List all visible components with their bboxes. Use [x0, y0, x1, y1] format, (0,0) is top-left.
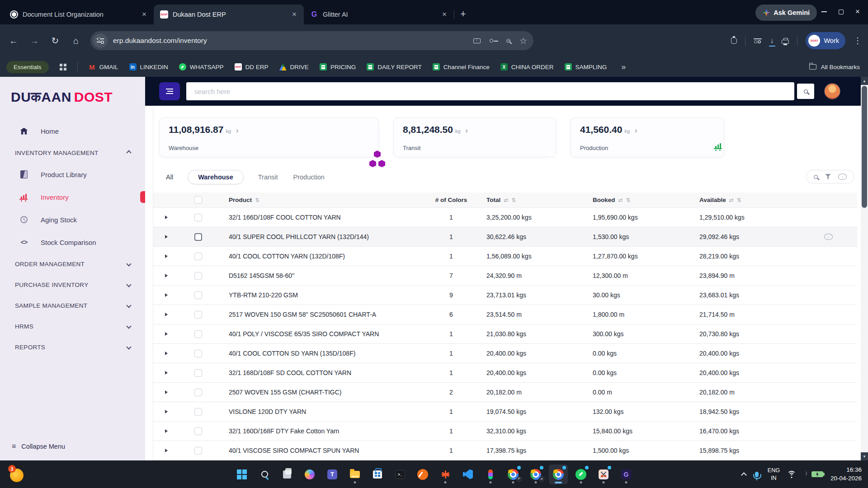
sidebar-item-product-library[interactable]: Product Library: [0, 163, 145, 186]
view-tab-transit[interactable]: Transit: [257, 170, 279, 184]
row-checkbox[interactable]: [194, 427, 202, 435]
taskbar-copilot-icon[interactable]: [300, 465, 319, 484]
bookmark-sampling[interactable]: SAMPLING: [565, 63, 607, 70]
sidebar-item-stock-comparison[interactable]: <> Stock Comparison: [0, 231, 145, 253]
bookmark-dd-erp[interactable]: DOST DD ERP: [235, 63, 269, 70]
browser-tab[interactable]: Document List Organization ×: [4, 5, 154, 24]
sort-icon[interactable]: ⇅: [255, 197, 259, 203]
forward-button[interactable]: →: [25, 32, 43, 50]
taskbar-figma-icon[interactable]: [481, 465, 500, 484]
restore-button[interactable]: [839, 9, 844, 14]
table-search-icon[interactable]: [814, 175, 818, 179]
microphone-icon[interactable]: [755, 472, 759, 477]
row-checkbox[interactable]: [194, 291, 202, 299]
table-row[interactable]: 2517 WOVEN 150 GSM 58" SC25050601 CHART-…: [153, 305, 857, 324]
row-expander-icon[interactable]: [165, 274, 168, 277]
taskbar-capture-app-icon[interactable]: [413, 465, 432, 484]
taskbar-vscode-icon[interactable]: [458, 465, 477, 484]
row-checkbox[interactable]: [194, 350, 202, 357]
taskbar-starburst-app-icon[interactable]: [436, 465, 455, 484]
user-avatar[interactable]: [824, 83, 840, 99]
table-download-icon[interactable]: ↓: [838, 174, 847, 180]
sort-icon[interactable]: ⇅: [626, 197, 631, 203]
wifi-icon[interactable]: [787, 471, 796, 478]
zoom-icon[interactable]: [506, 39, 510, 43]
col-total[interactable]: Total⇄⇅: [478, 197, 585, 203]
table-row[interactable]: 32/1 168D/108F SD COOL COTTON YARN 1 20,…: [153, 363, 857, 383]
install-app-icon[interactable]: [473, 38, 481, 43]
menu-toggle-button[interactable]: [159, 82, 180, 100]
address-bar[interactable]: erp.dukaandost.com/inventory ☆: [90, 31, 533, 50]
row-expander-icon[interactable]: [165, 352, 168, 355]
row-expander-icon[interactable]: [165, 235, 168, 239]
taskbar-snipping-tool-icon[interactable]: [594, 465, 613, 484]
sidebar-section-hrms[interactable]: HRMS: [0, 316, 145, 337]
table-row[interactable]: 40/1 COOL COTTON SD YARN (135D/108F) 1 2…: [153, 344, 857, 363]
bookmark-china-order[interactable]: X CHINA ORDER: [500, 63, 554, 70]
row-expander-icon[interactable]: [165, 449, 168, 452]
language-indicator[interactable]: ENGIN: [768, 467, 780, 482]
swap-icon[interactable]: ⇄: [504, 197, 508, 203]
view-tab-warehouse[interactable]: Warehouse: [188, 170, 244, 184]
ask-gemini-button[interactable]: Ask Gemini: [755, 5, 817, 21]
row-checkbox[interactable]: [194, 369, 202, 377]
row-expander-icon[interactable]: [165, 332, 168, 336]
close-button[interactable]: ×: [855, 7, 860, 16]
site-settings-icon[interactable]: [93, 33, 108, 48]
row-expander-icon[interactable]: [165, 390, 168, 394]
row-checkbox[interactable]: [194, 311, 202, 319]
taskbar-start-icon[interactable]: [232, 465, 251, 484]
menu-3dots-icon[interactable]: ⋮: [854, 36, 862, 46]
taskbar-glitter-app-icon[interactable]: G: [617, 465, 636, 484]
home-button[interactable]: ⌂: [67, 32, 85, 50]
row-expander-icon[interactable]: [165, 293, 168, 297]
back-button[interactable]: ←: [5, 32, 23, 50]
card-chevron-icon[interactable]: ›: [466, 127, 468, 135]
summary-card-transit[interactable]: 8,81,248.50 kg › Transit: [393, 117, 556, 157]
bookmark-daily-report[interactable]: DAILY REPORT: [367, 63, 422, 70]
row-expander-icon[interactable]: [165, 216, 168, 219]
row-expander-icon[interactable]: [165, 429, 168, 433]
taskbar-search-icon[interactable]: [255, 465, 274, 484]
sidebar-section-purchase-inventory[interactable]: PURCHASE INVENTORY: [0, 274, 145, 295]
browser-tab[interactable]: G Glitter AI ×: [304, 5, 454, 24]
scrollbar-thumb[interactable]: [862, 86, 867, 208]
sidebar-item-aging-stock[interactable]: Aging Stock: [0, 208, 145, 231]
row-checkbox[interactable]: [194, 447, 202, 455]
swap-icon[interactable]: ⇄: [729, 197, 734, 203]
taskbar-teams-icon[interactable]: T: [323, 465, 342, 484]
table-row[interactable]: VISLONE 120D DTY YARN 1 19,074.50 kgs 13…: [153, 402, 857, 422]
collapse-menu-button[interactable]: ≡ Collapse Menu: [12, 442, 65, 450]
apps-grid-icon[interactable]: [60, 64, 66, 70]
table-row[interactable]: 40/1 SUPER COOL PHILLCOT YARN (132D/144)…: [153, 227, 857, 247]
search-input[interactable]: [186, 82, 794, 100]
card-chevron-icon[interactable]: ›: [635, 127, 637, 135]
row-checkbox[interactable]: [194, 272, 202, 280]
sidebar-section-inventory-management[interactable]: INVENTORY MANAGEMENT: [0, 142, 145, 163]
bookmark-gmail[interactable]: M GMAIL: [89, 63, 118, 70]
row-checkbox[interactable]: [194, 389, 202, 396]
row-checkbox[interactable]: [194, 214, 202, 221]
url-text[interactable]: erp.dukaandost.com/inventory: [113, 37, 473, 45]
search-button[interactable]: [797, 84, 814, 99]
extensions-icon[interactable]: [754, 38, 762, 43]
page-scrollbar[interactable]: ▲ ▼: [861, 77, 868, 460]
sort-icon[interactable]: ⇅: [737, 197, 741, 203]
sidebar-item-home[interactable]: Home: [0, 120, 145, 142]
summary-card-production[interactable]: 41,560.40 kg › Production: [571, 117, 724, 157]
row-checkbox[interactable]: [194, 330, 202, 338]
row-checkbox[interactable]: [194, 233, 202, 241]
table-row[interactable]: 40/1 POLY / VISCOSE 65/35 SIRO COMPACT Y…: [153, 324, 857, 344]
print-icon[interactable]: [782, 40, 789, 44]
scroll-down-arrow[interactable]: ▼: [861, 452, 868, 460]
bookmarks-overflow-chevron[interactable]: »: [621, 62, 626, 72]
table-filter-icon[interactable]: [825, 174, 831, 180]
sidebar-section-reports[interactable]: REPORTS: [0, 337, 145, 357]
row-checkbox[interactable]: [194, 408, 202, 416]
table-row[interactable]: 32/1 166D/108F COOL COTTON YARN 1 3,25,2…: [153, 208, 857, 227]
table-row[interactable]: D5162 145GSM 58-60'' 7 24,320.90 m 12,30…: [153, 266, 857, 286]
taskbar-ms-store-icon[interactable]: [368, 465, 387, 484]
browser-tab[interactable]: DOST Dukaan Dost ERP ×: [154, 5, 304, 24]
view-tab-all[interactable]: All: [165, 170, 174, 184]
minimize-button[interactable]: [821, 11, 827, 12]
